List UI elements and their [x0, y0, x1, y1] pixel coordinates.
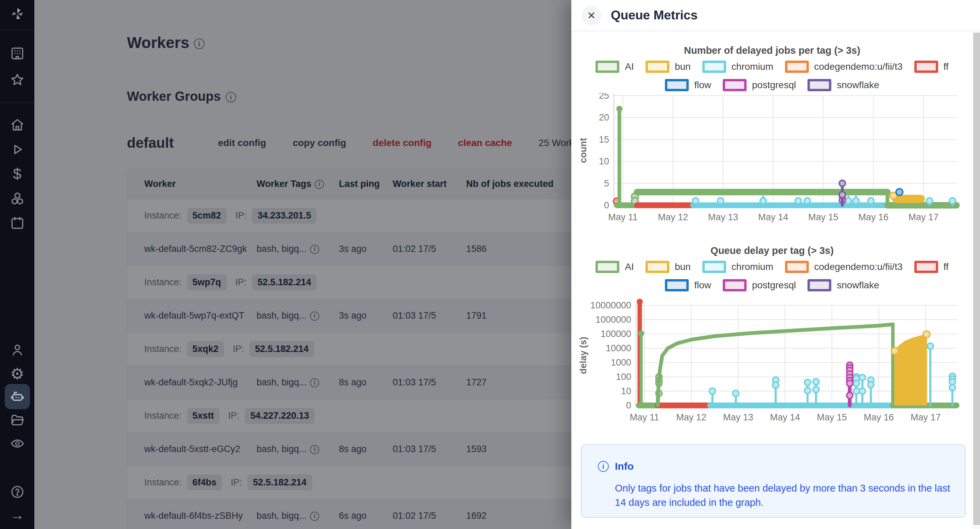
chart-title: Number of delayed jobs per tag (> 3s) — [578, 45, 966, 56]
legend-swatch — [595, 61, 619, 73]
svg-text:May 15: May 15 — [817, 412, 847, 422]
legend-swatch — [723, 79, 746, 91]
legend-swatch — [723, 279, 746, 292]
chart-legend-row2: flowpostgresqlsnowflake — [578, 277, 966, 293]
chart-legend-row2: flowpostgresqlsnowflake — [578, 77, 966, 93]
folders-icon[interactable] — [10, 412, 25, 428]
legend-label: codegendemo:u/fii/t3 — [814, 261, 903, 272]
legend-item[interactable]: bun — [646, 61, 691, 73]
legend-swatch — [595, 261, 619, 273]
svg-text:5: 5 — [604, 178, 609, 189]
legend-item[interactable]: bun — [646, 261, 691, 273]
runs-play-icon[interactable] — [10, 142, 25, 157]
legend-item[interactable]: postgresql — [723, 79, 796, 91]
legend-label: snowflake — [837, 280, 879, 291]
home-icon[interactable] — [10, 117, 25, 133]
legend-item[interactable]: snowflake — [808, 279, 879, 292]
audit-eye-icon[interactable] — [10, 436, 25, 451]
windmill-logo[interactable] — [10, 6, 25, 22]
legend-item[interactable]: snowflake — [808, 79, 879, 91]
svg-text:count: count — [578, 138, 588, 163]
scrollbar-thumb[interactable] — [973, 33, 980, 525]
legend-label: AI — [625, 61, 633, 72]
legend-swatch — [702, 61, 726, 73]
svg-text:25: 25 — [599, 93, 609, 101]
svg-text:1000: 1000 — [611, 357, 631, 368]
drawer-backdrop[interactable] — [34, 0, 571, 529]
svg-text:100000: 100000 — [601, 329, 631, 339]
svg-text:May 12: May 12 — [658, 212, 688, 222]
svg-text:May 15: May 15 — [808, 212, 838, 222]
legend-item[interactable]: chromium — [702, 261, 773, 273]
svg-text:May 13: May 13 — [708, 212, 738, 222]
legend-label: chromium — [732, 61, 773, 72]
legend-label: bun — [675, 61, 691, 72]
sidebar: $ ⚙ → — [0, 0, 34, 529]
schedules-calendar-icon[interactable] — [10, 215, 25, 231]
svg-text:May 11: May 11 — [608, 212, 638, 222]
chart-canvas[interactable]: 0510152025May 11May 12May 13May 14May 15… — [578, 93, 966, 231]
help-icon[interactable] — [10, 484, 25, 500]
close-icon[interactable]: ✕ — [582, 5, 601, 25]
svg-text:delay (s): delay (s) — [578, 337, 588, 374]
favorites-star-icon[interactable] — [10, 72, 25, 88]
legend-swatch — [702, 261, 726, 273]
legend-label: postgresql — [752, 80, 796, 91]
legend-item[interactable]: flow — [665, 279, 711, 292]
svg-text:May 14: May 14 — [770, 412, 800, 422]
chart-delayed-jobs: Number of delayed jobs per tag (> 3s) AI… — [578, 40, 966, 232]
legend-swatch — [785, 61, 809, 73]
variables-dollar-icon[interactable]: $ — [10, 166, 25, 182]
user-icon[interactable] — [10, 342, 25, 358]
legend-label: bun — [675, 261, 691, 272]
legend-label: postgresql — [752, 280, 796, 291]
resources-cubes-icon[interactable] — [10, 191, 25, 206]
legend-swatch — [665, 79, 689, 91]
svg-text:1000000: 1000000 — [595, 314, 631, 325]
svg-text:May 14: May 14 — [758, 212, 788, 222]
legend-swatch — [808, 79, 831, 91]
legend-label: AI — [625, 261, 633, 272]
legend-item[interactable]: codegendemo:u/fii/t3 — [785, 61, 903, 73]
legend-label: chromium — [732, 261, 773, 272]
svg-text:10000000: 10000000 — [590, 300, 631, 311]
legend-swatch — [646, 261, 669, 273]
svg-text:10000: 10000 — [606, 343, 631, 353]
legend-item[interactable]: ff — [914, 261, 949, 273]
drawer-header: ✕ Queue Metrics — [571, 0, 980, 31]
scrollbar-track[interactable] — [973, 32, 980, 529]
legend-label: ff — [943, 261, 949, 272]
queue-metrics-drawer: ✕ Queue Metrics Number of delayed jobs p… — [571, 0, 980, 529]
legend-item[interactable]: AI — [595, 261, 633, 273]
apps-icon[interactable] — [10, 46, 25, 61]
svg-text:May 17: May 17 — [908, 212, 939, 222]
chart-canvas[interactable]: 010100100010000100000100000010000000May … — [578, 293, 966, 436]
legend-item[interactable]: postgresql — [723, 279, 796, 292]
drawer-title: Queue Metrics — [611, 8, 698, 22]
info-icon: i — [598, 461, 609, 472]
legend-swatch — [914, 261, 938, 273]
app-root: { "sidebar": { "logo": "windmill-logo", … — [0, 0, 980, 529]
legend-label: snowflake — [837, 80, 879, 91]
legend-swatch — [914, 61, 938, 73]
legend-item[interactable]: AI — [595, 61, 633, 73]
svg-text:May 11: May 11 — [630, 412, 659, 422]
legend-item[interactable]: chromium — [702, 61, 773, 73]
svg-text:10: 10 — [599, 156, 609, 166]
info-box: i Info Only tags for jobs that have been… — [581, 444, 966, 518]
svg-text:100: 100 — [616, 372, 631, 382]
svg-text:0: 0 — [626, 400, 631, 411]
legend-label: codegendemo:u/fii/t3 — [814, 61, 903, 72]
svg-text:May 12: May 12 — [676, 412, 706, 422]
settings-gear-icon[interactable]: ⚙ — [10, 366, 25, 382]
legend-item[interactable]: codegendemo:u/fii/t3 — [785, 261, 903, 273]
svg-text:May 13: May 13 — [723, 412, 753, 422]
svg-text:May 17: May 17 — [911, 412, 941, 422]
workers-robot-icon[interactable] — [5, 384, 30, 409]
legend-item[interactable]: ff — [914, 61, 949, 73]
expand-arrow-icon[interactable]: → — [10, 507, 25, 523]
legend-swatch — [808, 279, 831, 292]
legend-label: ff — [943, 61, 949, 72]
svg-text:10: 10 — [621, 386, 631, 396]
legend-item[interactable]: flow — [665, 79, 711, 91]
